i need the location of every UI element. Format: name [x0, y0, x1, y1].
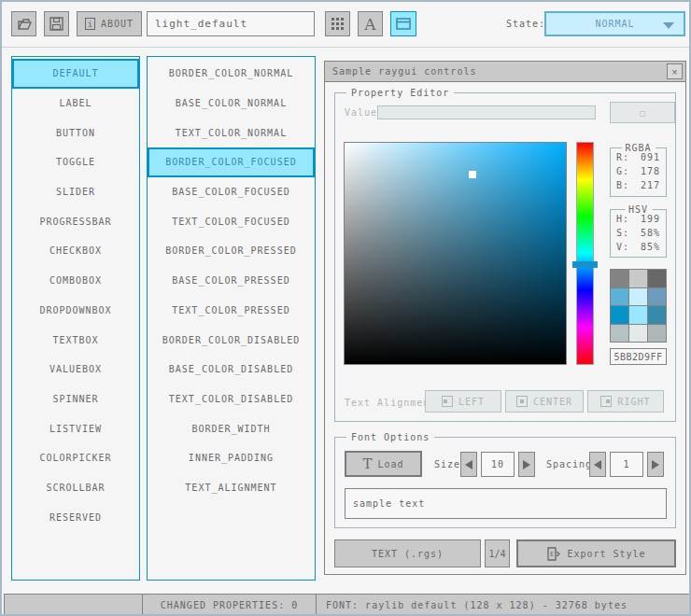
info-icon: i	[85, 18, 95, 30]
about-button[interactable]: i ABOUT	[77, 11, 142, 36]
property-item[interactable]: TEXT_COLOR_DISABLED	[148, 385, 315, 414]
font-load-button[interactable]: T Load	[345, 451, 422, 477]
property-item[interactable]: BASE_COLOR_FOCUSED	[148, 177, 315, 207]
control-item-combobox[interactable]: COMBOBOX	[12, 266, 139, 296]
property-item[interactable]: TEXT_COLOR_PRESSED	[148, 296, 315, 326]
status-changed-properties: CHANGED PROPERTIES: 0	[142, 594, 317, 616]
sample-text-input[interactable]: sample text	[345, 488, 667, 519]
control-item-progressbar[interactable]: PROGRESSBAR	[12, 206, 139, 236]
property-item-selected[interactable]: BORDER_COLOR_FOCUSED	[148, 147, 315, 177]
color-picker-cursor[interactable]	[469, 171, 476, 178]
control-item-valuebox[interactable]: VALUEBOX	[12, 355, 139, 385]
property-item[interactable]: BASE_COLOR_DISABLED	[148, 355, 315, 385]
status-font-info: FONT: raylib default (128 x 128) - 32768…	[316, 594, 691, 616]
palette-swatch[interactable]	[648, 306, 666, 324]
control-item-checkbox[interactable]: CHECKBOX	[12, 236, 139, 266]
align-center-button[interactable]: CENTER	[505, 390, 584, 413]
hue-slider[interactable]	[576, 142, 594, 365]
close-window-button[interactable]: ×	[667, 63, 683, 79]
value-apply-button[interactable]: □	[610, 102, 675, 123]
window-view-button[interactable]	[390, 11, 416, 36]
property-item[interactable]: BORDER_COLOR_NORMAL	[148, 59, 315, 89]
spacing-value-box[interactable]: 1	[610, 452, 643, 477]
window-titlebar[interactable]: Sample raygui controls ×	[325, 62, 685, 82]
open-file-button[interactable]	[11, 11, 36, 36]
hue-slider-handle[interactable]	[572, 261, 598, 268]
export-format-label: TEXT (.rgs)	[372, 549, 444, 559]
export-format-button[interactable]: TEXT (.rgs)	[334, 539, 481, 567]
property-item[interactable]: INNER_PADDING	[148, 443, 315, 473]
control-item-default[interactable]: DEFAULT	[12, 59, 139, 89]
control-item-reserved[interactable]: RESERVED	[12, 502, 139, 532]
align-right-button[interactable]: RIGHT	[587, 390, 664, 413]
palette-swatch[interactable]	[611, 288, 628, 306]
rgba-group-label: RGBA	[621, 143, 655, 153]
property-item[interactable]: BORDER_COLOR_DISABLED	[148, 325, 315, 355]
close-icon: ×	[671, 66, 677, 77]
rguistyler-app: i ABOUT A State: NORMAL DEFAULT LABEL BU…	[0, 0, 691, 616]
control-item-label[interactable]: LABEL	[12, 89, 139, 119]
spacing-increase-button[interactable]	[647, 452, 664, 477]
size-value-box[interactable]: 10	[481, 452, 515, 477]
font-load-label: Load	[377, 459, 403, 469]
control-item-listview[interactable]: LISTVIEW	[12, 413, 139, 443]
palette-swatch[interactable]	[629, 288, 647, 306]
state-dropdown[interactable]: NORMAL	[544, 11, 685, 36]
r-label: R:	[616, 152, 629, 162]
align-right-label: RIGHT	[617, 397, 650, 407]
state-label: State:	[506, 19, 545, 29]
h-value: 199	[641, 214, 660, 224]
control-item-button[interactable]: BUTTON	[12, 118, 139, 147]
control-item-slider[interactable]: SLIDER	[12, 177, 139, 207]
hsv-group-label: HSV	[625, 204, 652, 215]
style-table-button[interactable]	[325, 11, 350, 36]
save-file-button[interactable]	[44, 11, 69, 36]
export-file-icon: E	[546, 547, 561, 561]
format-pager-button[interactable]: 1/4	[485, 539, 510, 567]
property-item[interactable]: TEXT_COLOR_NORMAL	[148, 118, 315, 147]
changed-properties-text: CHANGED PROPERTIES: 0	[161, 600, 298, 610]
property-item[interactable]: BASE_COLOR_PRESSED	[148, 266, 315, 296]
status-bar: CHANGED PROPERTIES: 0 FONT: raylib defau…	[4, 594, 691, 616]
font-view-button[interactable]: A	[358, 11, 383, 36]
value-slider[interactable]	[377, 105, 596, 119]
palette-swatch[interactable]	[611, 306, 628, 324]
palette-swatch[interactable]	[648, 325, 666, 343]
hex-color-input[interactable]: 5BB2D9FF	[610, 348, 667, 365]
palette-swatch[interactable]	[648, 270, 666, 287]
property-item[interactable]: TEXT_COLOR_FOCUSED	[148, 206, 315, 236]
align-left-button[interactable]: LEFT	[425, 390, 501, 413]
about-button-label: ABOUT	[101, 19, 134, 29]
s-label: S:	[616, 228, 629, 238]
palette-swatch[interactable]	[611, 325, 628, 343]
palette-swatch[interactable]	[629, 270, 647, 287]
property-item[interactable]: BASE_COLOR_NORMAL	[148, 89, 315, 119]
control-item-dropdownbox[interactable]: DROPDOWNBOX	[12, 296, 139, 326]
align-left-icon	[442, 396, 453, 407]
v-label: V:	[616, 242, 629, 252]
spacing-decrease-button[interactable]	[589, 452, 606, 477]
style-name-input[interactable]	[147, 11, 315, 36]
property-item[interactable]: BORDER_COLOR_PRESSED	[148, 236, 315, 266]
palette-swatch[interactable]	[648, 288, 666, 306]
palette-swatch[interactable]	[629, 306, 647, 324]
font-info-text: FONT: raylib default (128 x 128) - 32768…	[326, 600, 628, 610]
property-item[interactable]: TEXT_ALIGNMENT	[148, 473, 315, 503]
control-item-textbox[interactable]: TEXTBOX	[12, 325, 139, 355]
control-item-toggle[interactable]: TOGGLE	[12, 147, 139, 177]
control-item-scrollbar[interactable]: SCROLLBAR	[12, 473, 139, 503]
color-saturation-value-panel[interactable]	[344, 142, 567, 365]
control-item-colorpicker[interactable]: COLORPICKER	[12, 443, 139, 473]
state-dropdown-value: NORMAL	[595, 19, 634, 29]
align-left-label: LEFT	[458, 397, 485, 407]
font-options-group-label: Font Options	[346, 432, 434, 442]
palette-swatch[interactable]	[611, 270, 628, 287]
grid-icon	[331, 18, 344, 30]
property-item[interactable]: BORDER_WIDTH	[148, 413, 315, 443]
control-item-spinner[interactable]: SPINNER	[12, 385, 139, 414]
font-t-icon: T	[362, 455, 372, 472]
size-increase-button[interactable]	[518, 452, 535, 477]
export-style-button[interactable]: E Export Style	[516, 539, 676, 567]
palette-swatch[interactable]	[629, 325, 647, 343]
size-decrease-button[interactable]	[460, 452, 477, 477]
